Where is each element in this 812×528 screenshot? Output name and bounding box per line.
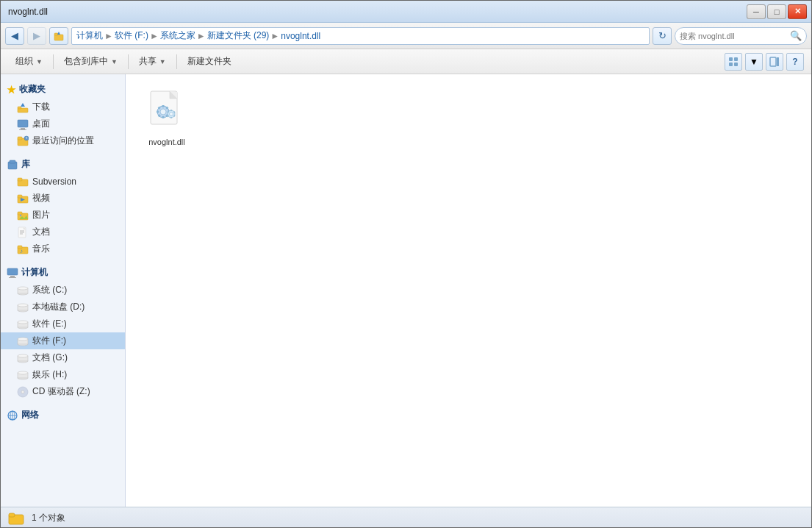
sidebar-item-entertainment-h[interactable]: 娱乐 (H:) xyxy=(1,366,125,383)
svg-point-53 xyxy=(18,338,28,340)
maximize-button[interactable]: □ xyxy=(767,4,786,19)
svg-rect-81 xyxy=(170,110,172,111)
svg-point-80 xyxy=(170,113,173,116)
svg-rect-8 xyxy=(777,57,779,66)
svg-point-47 xyxy=(18,304,28,307)
dll-file-icon xyxy=(149,90,184,135)
disk-h-icon xyxy=(17,369,29,381)
search-icon[interactable]: 🔍 xyxy=(790,30,802,41)
svg-rect-75 xyxy=(162,116,165,118)
path-filename[interactable]: nvoglnt.dll xyxy=(281,31,320,41)
path-software-f[interactable]: 软件 (F:) xyxy=(115,29,148,42)
svg-rect-16 xyxy=(18,137,22,140)
sidebar-item-system-c[interactable]: 系统 (C:) xyxy=(1,282,125,299)
status-folder-icon xyxy=(8,510,24,527)
svg-point-61 xyxy=(21,390,24,393)
download-icon xyxy=(17,101,29,113)
toolbar-separator-2 xyxy=(128,54,129,69)
new-folder-button[interactable]: 新建文件夹 xyxy=(180,51,239,72)
close-button[interactable]: ✕ xyxy=(788,4,807,19)
window-title: nvoglnt.dll xyxy=(8,7,48,17)
sidebar-item-recent[interactable]: 最近访问的位置 xyxy=(1,132,125,149)
help-button[interactable]: ? xyxy=(786,53,804,71)
toolbar: 组织 ▼ 包含到库中 ▼ 共享 ▼ 新建文件夹 ▼ ? xyxy=(1,49,811,74)
library-icon xyxy=(7,159,18,171)
svg-rect-13 xyxy=(21,128,25,129)
file-item-nvoglnt[interactable]: nvoglnt.dll xyxy=(137,86,196,151)
sidebar-item-desktop[interactable]: 桌面 xyxy=(1,115,125,132)
minimize-button[interactable]: ─ xyxy=(747,4,766,19)
sidebar-item-document-g[interactable]: 文档 (G:) xyxy=(1,349,125,366)
sidebar-item-document[interactable]: 文档 xyxy=(1,224,125,240)
favorites-star-icon: ★ xyxy=(7,84,16,96)
include-library-button[interactable]: 包含到库中 ▼ xyxy=(57,51,125,72)
sidebar-library-header[interactable]: 库 xyxy=(1,155,125,174)
svg-rect-23 xyxy=(18,178,22,181)
disk-c-icon xyxy=(17,285,29,296)
toolbar-separator-3 xyxy=(176,54,177,69)
sidebar: ★ 收藏夹 下载 桌面 xyxy=(1,74,126,507)
sidebar-favorites-header[interactable]: ★ 收藏夹 xyxy=(1,80,125,99)
desktop-icon xyxy=(17,118,29,130)
path-systemhome[interactable]: 系统之家 xyxy=(160,29,195,42)
up-button[interactable] xyxy=(49,27,68,45)
sidebar-network-header[interactable]: 网络 xyxy=(1,406,125,424)
sidebar-item-music[interactable]: ♪ 音乐 xyxy=(1,240,125,257)
svg-rect-77 xyxy=(157,111,159,113)
svg-rect-28 xyxy=(18,212,22,215)
svg-point-59 xyxy=(18,371,28,374)
disk-f-icon xyxy=(17,335,29,347)
svg-rect-71 xyxy=(162,105,165,107)
video-icon xyxy=(17,193,29,204)
music-icon: ♪ xyxy=(17,243,29,255)
search-box[interactable]: 🔍 xyxy=(675,27,807,45)
toolbar-separator-1 xyxy=(53,54,54,69)
sidebar-item-picture[interactable]: 图片 xyxy=(1,207,125,224)
search-input[interactable] xyxy=(680,32,787,40)
view-dropdown-button[interactable]: ▼ xyxy=(745,53,763,71)
organize-dropdown-icon: ▼ xyxy=(36,58,43,65)
svg-point-70 xyxy=(160,109,166,115)
path-computer[interactable]: 计算机 xyxy=(76,29,103,42)
titlebar: nvoglnt.dll ─ □ ✕ xyxy=(1,1,811,23)
back-button[interactable]: ◀ xyxy=(5,27,24,45)
sidebar-item-software-f[interactable]: 软件 (F:) xyxy=(1,332,125,349)
svg-rect-6 xyxy=(734,63,738,66)
preview-pane-button[interactable] xyxy=(766,53,783,71)
sidebar-computer-header[interactable]: 计算机 xyxy=(1,263,125,282)
sidebar-item-cd-z[interactable]: CD 驱动器 (Z:) xyxy=(1,383,125,400)
status-bar: 1 个对象 xyxy=(1,507,811,528)
sidebar-item-subversion[interactable]: Subversion xyxy=(1,174,125,190)
svg-rect-12 xyxy=(18,120,28,127)
svg-rect-40 xyxy=(10,276,15,277)
svg-rect-41 xyxy=(9,277,16,278)
svg-point-50 xyxy=(18,321,28,324)
toolbar-right-section: ▼ ? xyxy=(725,53,804,71)
dll-icon-svg xyxy=(149,90,184,135)
organize-button[interactable]: 组织 ▼ xyxy=(8,51,50,72)
disk-g-icon xyxy=(17,352,29,364)
sidebar-item-download[interactable]: 下载 xyxy=(1,99,125,115)
sidebar-item-local-d[interactable]: 本地磁盘 (D:) xyxy=(1,299,125,315)
svg-rect-21 xyxy=(10,160,15,163)
include-dropdown-icon: ▼ xyxy=(111,58,118,65)
file-label-nvoglnt: nvoglnt.dll xyxy=(148,138,185,146)
svg-marker-11 xyxy=(21,103,25,107)
svg-rect-14 xyxy=(19,129,26,130)
share-dropdown-icon: ▼ xyxy=(159,58,166,65)
cd-icon xyxy=(17,386,29,398)
forward-button[interactable]: ▶ xyxy=(27,27,46,45)
share-button[interactable]: 共享 ▼ xyxy=(132,51,173,72)
folder-up-icon xyxy=(54,31,64,41)
sidebar-item-video[interactable]: 视频 xyxy=(1,190,125,207)
status-count: 1 个对象 xyxy=(32,512,65,524)
sidebar-spacer-2 xyxy=(1,257,125,263)
view-options-button[interactable] xyxy=(725,53,742,71)
subversion-icon xyxy=(17,176,29,188)
sidebar-item-software-e[interactable]: 软件 (E:) xyxy=(1,315,125,332)
path-newfolder[interactable]: 新建文件夹 (29) xyxy=(207,29,270,42)
refresh-button[interactable]: ↻ xyxy=(653,27,672,45)
address-path-bar[interactable]: 计算机 ► 软件 (F:) ► 系统之家 ► 新建文件夹 (29) ► nvog… xyxy=(71,27,650,45)
svg-rect-5 xyxy=(729,63,733,66)
preview-icon xyxy=(769,57,780,67)
